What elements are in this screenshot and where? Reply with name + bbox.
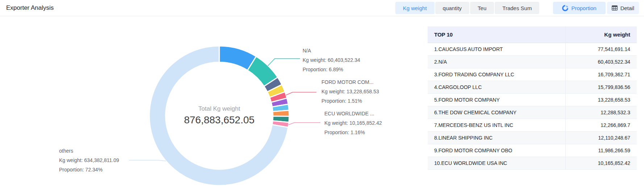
- callout-line: [129, 160, 166, 161]
- exporter-name-cell: 4.CARGOLOOP LLC: [428, 81, 565, 93]
- callout-name: ECU WORLDWIDE ...: [324, 109, 382, 118]
- kg-weight-cell: 15,799,836.56: [565, 81, 637, 93]
- kg-weight-cell: 12,266,869.7: [565, 119, 637, 131]
- donut-chart-icon: [562, 5, 568, 11]
- exporter-name-cell: 6.THE DOW CHEMICAL COMPANY: [428, 106, 565, 119]
- kg-weight-cell: 77,541,691.14: [565, 43, 637, 55]
- kg-weight-cell: 11,986,266.59: [565, 144, 637, 157]
- callout-label-na: N/A Kg weight: 60,403,522.34 Proportion:…: [303, 46, 360, 74]
- exporter-name-cell: 9.FORD MOTOR COMPANY OBO: [428, 144, 565, 157]
- exporter-name-cell: 1.CAUCASUS AUTO IMPORT: [428, 43, 565, 55]
- callout-line: [288, 123, 320, 125]
- callout-label-others: others Kg weight: 634,382,811.09 Proport…: [59, 146, 119, 174]
- table-row: 4.CARGOLOOP LLC15,799,836.56: [428, 81, 637, 93]
- callout-name: others: [59, 146, 119, 156]
- callout-label-ford-motor: FORD MOTOR COM... Kg weight: 13,228,658.…: [321, 77, 379, 106]
- callout-kg-weight: Kg weight: 13,228,658.53: [321, 87, 379, 96]
- table-row: 2.N/A60,403,522.34: [428, 55, 637, 68]
- exporter-name-cell: 5.FORD MOTOR COMPANY: [428, 93, 565, 106]
- table-row: 6.THE DOW CHEMICAL COMPANY12,288,532.3: [428, 106, 637, 119]
- callout-line: [268, 59, 300, 66]
- exporter-name-cell: 3.FORD TRADING COMPANY LLC: [428, 68, 565, 81]
- table-header-top10: TOP 10: [428, 26, 565, 43]
- exporter-name-cell: 2.N/A: [428, 55, 565, 68]
- callout-proportion: Proportion: 72.34%: [59, 165, 119, 174]
- exporter-name-cell: 7.MERCEDES-BENZ US INTL INC: [428, 119, 565, 131]
- exporter-name-cell: 10.ECU WORLDWIDE USA INC: [428, 157, 565, 169]
- table-row: 8.LINEAR SHIPPING INC12,110,248.67: [428, 131, 637, 144]
- table-row: 1.CAUCASUS AUTO IMPORT77,541,691.14: [428, 43, 637, 55]
- table-row: 5.FORD MOTOR COMPANY13,228,658.53: [428, 93, 637, 106]
- header-controls: Kg weightquantityTeuTrades Sum Proportio…: [395, 2, 639, 14]
- kg-weight-cell: 10,165,852.42: [565, 157, 637, 169]
- proportion-view-button[interactable]: Proportion: [553, 2, 605, 14]
- table-grid-icon: [612, 5, 618, 10]
- table-row: 7.MERCEDES-BENZ US INTL INC12,266,869.7: [428, 119, 637, 131]
- table-row: 10.ECU WORLDWIDE USA INC10,165,852.42: [428, 157, 637, 169]
- top10-table: TOP 10 Kg weight 1.CAUCASUS AUTO IMPORT7…: [428, 26, 637, 170]
- tab-trades-sum[interactable]: Trades Sum: [495, 2, 539, 14]
- callout-kg-weight: Kg weight: 60,403,522.34: [303, 55, 360, 65]
- callout-proportion: Proportion: 1.16%: [324, 128, 382, 137]
- page-title: Exporter Analysis: [6, 0, 54, 16]
- proportion-donut-chart: Total Kg weight 876,883,652.05 N/A Kg we…: [0, 16, 422, 187]
- callout-proportion: Proportion: 6.89%: [303, 65, 360, 74]
- tab-kg-weight[interactable]: Kg weight: [395, 2, 435, 14]
- table-header-row: TOP 10 Kg weight: [428, 26, 637, 43]
- table-header-kg-weight: Kg weight: [565, 26, 637, 43]
- callout-kg-weight: Kg weight: 10,165,852.42: [324, 118, 382, 128]
- table-row: 3.FORD TRADING COMPANY LLC16,709,362.71: [428, 68, 637, 81]
- tab-teu[interactable]: Teu: [470, 2, 494, 14]
- kg-weight-cell: 16,709,362.71: [565, 68, 637, 81]
- tab-quantity[interactable]: quantity: [435, 2, 470, 14]
- kg-weight-cell: 12,110,248.67: [565, 131, 637, 144]
- detail-view-label: Detail: [620, 5, 634, 11]
- callout-label-ecu-worldwide: ECU WORLDWIDE ... Kg weight: 10,165,852.…: [324, 109, 382, 137]
- proportion-view-label: Proportion: [571, 5, 596, 11]
- pie-slice-linear-shipping-inc[interactable]: [273, 110, 290, 116]
- callout-proportion: Proportion: 1.51%: [321, 96, 379, 106]
- header-bar: Exporter Analysis Kg weightquantityTeuTr…: [0, 0, 644, 16]
- callout-kg-weight: Kg weight: 634,382,811.09: [59, 156, 119, 165]
- table-row: 9.FORD MOTOR COMPANY OBO11,986,266.59: [428, 144, 637, 157]
- kg-weight-cell: 12,288,532.3: [565, 106, 637, 119]
- exporter-name-cell: 8.LINEAR SHIPPING INC: [428, 131, 565, 144]
- callout-name: N/A: [303, 46, 360, 55]
- metric-tabs: Kg weightquantityTeuTrades Sum: [395, 2, 540, 14]
- detail-view-button[interactable]: Detail: [607, 2, 639, 14]
- callout-name: FORD MOTOR COM...: [321, 77, 379, 87]
- kg-weight-cell: 13,228,658.53: [565, 93, 637, 106]
- callout-line: [286, 92, 316, 95]
- kg-weight-cell: 60,403,522.34: [565, 55, 637, 68]
